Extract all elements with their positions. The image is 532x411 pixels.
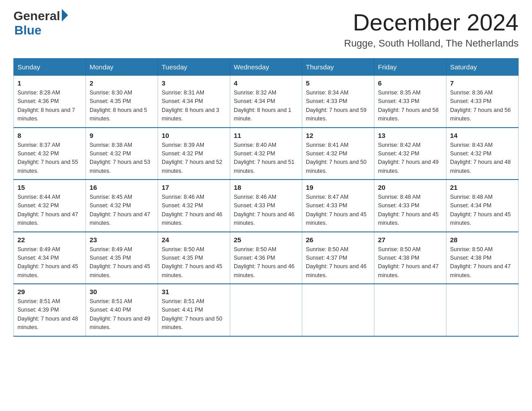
location-text: Rugge, South Holland, The Netherlands (344, 38, 519, 49)
day-info: Sunrise: 8:46 AMSunset: 4:33 PMDaylight:… (234, 193, 298, 228)
calendar-day-cell: 17Sunrise: 8:46 AMSunset: 4:32 PMDayligh… (158, 180, 230, 232)
day-info: Sunrise: 8:40 AMSunset: 4:32 PMDaylight:… (234, 141, 298, 176)
day-info: Sunrise: 8:46 AMSunset: 4:32 PMDaylight:… (162, 193, 226, 228)
day-of-week-header: Thursday (302, 59, 374, 76)
logo: General Blue (13, 9, 68, 38)
day-info: Sunrise: 8:34 AMSunset: 4:33 PMDaylight:… (306, 89, 370, 124)
calendar-table: SundayMondayTuesdayWednesdayThursdayFrid… (13, 58, 519, 337)
day-number: 15 (17, 184, 82, 191)
day-number: 16 (90, 184, 154, 191)
calendar-week-row: 22Sunrise: 8:49 AMSunset: 4:34 PMDayligh… (14, 232, 519, 284)
calendar-day-cell (446, 284, 519, 336)
day-number: 30 (90, 288, 154, 295)
day-info: Sunrise: 8:47 AMSunset: 4:33 PMDaylight:… (306, 193, 370, 228)
calendar-day-cell: 5Sunrise: 8:34 AMSunset: 4:33 PMDaylight… (302, 76, 374, 128)
day-info: Sunrise: 8:32 AMSunset: 4:34 PMDaylight:… (234, 89, 298, 124)
day-number: 12 (306, 132, 370, 139)
day-info: Sunrise: 8:50 AMSunset: 4:36 PMDaylight:… (234, 245, 298, 280)
day-info: Sunrise: 8:31 AMSunset: 4:34 PMDaylight:… (162, 89, 226, 124)
calendar-week-row: 15Sunrise: 8:44 AMSunset: 4:32 PMDayligh… (14, 180, 519, 232)
day-number: 27 (378, 236, 442, 244)
calendar-week-row: 1Sunrise: 8:28 AMSunset: 4:36 PMDaylight… (14, 76, 519, 128)
day-number: 14 (450, 132, 515, 139)
day-number: 5 (306, 79, 370, 87)
calendar-header-row: SundayMondayTuesdayWednesdayThursdayFrid… (14, 59, 519, 76)
day-number: 7 (450, 79, 515, 87)
logo-triangle-icon (62, 9, 68, 21)
calendar-day-cell: 13Sunrise: 8:42 AMSunset: 4:32 PMDayligh… (374, 128, 446, 180)
day-info: Sunrise: 8:28 AMSunset: 4:36 PMDaylight:… (17, 89, 82, 124)
day-info: Sunrise: 8:50 AMSunset: 4:38 PMDaylight:… (378, 245, 442, 280)
calendar-day-cell: 26Sunrise: 8:50 AMSunset: 4:37 PMDayligh… (302, 232, 374, 284)
day-number: 26 (306, 236, 370, 244)
day-info: Sunrise: 8:50 AMSunset: 4:35 PMDaylight:… (162, 245, 226, 280)
day-info: Sunrise: 8:36 AMSunset: 4:33 PMDaylight:… (450, 89, 515, 124)
day-info: Sunrise: 8:50 AMSunset: 4:38 PMDaylight:… (450, 245, 515, 280)
calendar-day-cell: 27Sunrise: 8:50 AMSunset: 4:38 PMDayligh… (374, 232, 446, 284)
calendar-day-cell: 2Sunrise: 8:30 AMSunset: 4:35 PMDaylight… (86, 76, 158, 128)
day-number: 28 (450, 236, 515, 244)
day-number: 24 (162, 236, 226, 244)
day-number: 11 (234, 132, 298, 139)
calendar-day-cell: 14Sunrise: 8:43 AMSunset: 4:32 PMDayligh… (446, 128, 519, 180)
day-info: Sunrise: 8:51 AMSunset: 4:41 PMDaylight:… (162, 297, 226, 332)
day-info: Sunrise: 8:50 AMSunset: 4:37 PMDaylight:… (306, 245, 370, 280)
calendar-day-cell (374, 284, 446, 336)
day-of-week-header: Tuesday (158, 59, 230, 76)
calendar-day-cell: 4Sunrise: 8:32 AMSunset: 4:34 PMDaylight… (230, 76, 302, 128)
day-info: Sunrise: 8:42 AMSunset: 4:32 PMDaylight:… (378, 141, 442, 176)
calendar-day-cell: 16Sunrise: 8:45 AMSunset: 4:32 PMDayligh… (86, 180, 158, 232)
day-number: 6 (378, 79, 442, 87)
day-number: 10 (162, 132, 226, 139)
day-number: 4 (234, 79, 298, 87)
calendar-day-cell: 12Sunrise: 8:41 AMSunset: 4:32 PMDayligh… (302, 128, 374, 180)
calendar-day-cell: 18Sunrise: 8:46 AMSunset: 4:33 PMDayligh… (230, 180, 302, 232)
day-info: Sunrise: 8:38 AMSunset: 4:32 PMDaylight:… (90, 141, 154, 176)
day-number: 17 (162, 184, 226, 191)
day-of-week-header: Friday (374, 59, 446, 76)
day-info: Sunrise: 8:41 AMSunset: 4:32 PMDaylight:… (306, 141, 370, 176)
day-number: 22 (17, 236, 82, 244)
logo-general-text: General (13, 9, 60, 23)
day-info: Sunrise: 8:49 AMSunset: 4:34 PMDaylight:… (17, 245, 82, 280)
day-info: Sunrise: 8:51 AMSunset: 4:39 PMDaylight:… (17, 297, 82, 332)
day-number: 2 (90, 79, 154, 87)
calendar-day-cell: 11Sunrise: 8:40 AMSunset: 4:32 PMDayligh… (230, 128, 302, 180)
day-info: Sunrise: 8:49 AMSunset: 4:35 PMDaylight:… (90, 245, 154, 280)
day-info: Sunrise: 8:48 AMSunset: 4:34 PMDaylight:… (450, 193, 515, 228)
day-number: 13 (378, 132, 442, 139)
day-of-week-header: Saturday (446, 59, 519, 76)
day-of-week-header: Monday (86, 59, 158, 76)
calendar-day-cell: 28Sunrise: 8:50 AMSunset: 4:38 PMDayligh… (446, 232, 519, 284)
title-section: December 2024 Rugge, South Holland, The … (344, 9, 519, 49)
month-title: December 2024 (344, 9, 519, 36)
calendar-day-cell: 6Sunrise: 8:35 AMSunset: 4:33 PMDaylight… (374, 76, 446, 128)
calendar-day-cell: 22Sunrise: 8:49 AMSunset: 4:34 PMDayligh… (14, 232, 86, 284)
calendar-day-cell: 20Sunrise: 8:48 AMSunset: 4:33 PMDayligh… (374, 180, 446, 232)
calendar-day-cell: 19Sunrise: 8:47 AMSunset: 4:33 PMDayligh… (302, 180, 374, 232)
logo-blue-text: Blue (14, 23, 42, 38)
calendar-day-cell: 10Sunrise: 8:39 AMSunset: 4:32 PMDayligh… (158, 128, 230, 180)
day-number: 21 (450, 184, 515, 191)
day-number: 29 (17, 288, 82, 295)
calendar-day-cell: 30Sunrise: 8:51 AMSunset: 4:40 PMDayligh… (86, 284, 158, 336)
day-info: Sunrise: 8:39 AMSunset: 4:32 PMDaylight:… (162, 141, 226, 176)
day-number: 8 (17, 132, 82, 139)
day-number: 18 (234, 184, 298, 191)
calendar-day-cell: 31Sunrise: 8:51 AMSunset: 4:41 PMDayligh… (158, 284, 230, 336)
calendar-day-cell: 23Sunrise: 8:49 AMSunset: 4:35 PMDayligh… (86, 232, 158, 284)
day-of-week-header: Wednesday (230, 59, 302, 76)
calendar-day-cell: 1Sunrise: 8:28 AMSunset: 4:36 PMDaylight… (14, 76, 86, 128)
day-number: 20 (378, 184, 442, 191)
calendar-day-cell: 21Sunrise: 8:48 AMSunset: 4:34 PMDayligh… (446, 180, 519, 232)
calendar-week-row: 29Sunrise: 8:51 AMSunset: 4:39 PMDayligh… (14, 284, 519, 336)
calendar-day-cell: 9Sunrise: 8:38 AMSunset: 4:32 PMDaylight… (86, 128, 158, 180)
calendar-day-cell: 15Sunrise: 8:44 AMSunset: 4:32 PMDayligh… (14, 180, 86, 232)
day-number: 31 (162, 288, 226, 295)
day-info: Sunrise: 8:37 AMSunset: 4:32 PMDaylight:… (17, 141, 82, 176)
calendar-day-cell: 25Sunrise: 8:50 AMSunset: 4:36 PMDayligh… (230, 232, 302, 284)
calendar-day-cell: 24Sunrise: 8:50 AMSunset: 4:35 PMDayligh… (158, 232, 230, 284)
day-info: Sunrise: 8:48 AMSunset: 4:33 PMDaylight:… (378, 193, 442, 228)
calendar-day-cell: 3Sunrise: 8:31 AMSunset: 4:34 PMDaylight… (158, 76, 230, 128)
day-number: 1 (17, 79, 82, 87)
